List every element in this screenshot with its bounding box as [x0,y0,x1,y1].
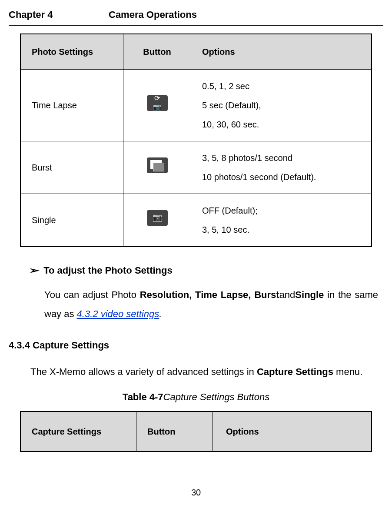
bullet-body: You can adjust Photo Resolution, Time La… [44,285,378,324]
single-icon [147,210,168,226]
options-cell: 0.5, 1, 2 sec5 sec (Default),10, 30, 60 … [191,69,372,141]
bullet-heading-text: To adjust the Photo Settings [43,265,173,276]
col-header: Capture Settings [20,412,136,452]
table-row: Burst 3, 5, 8 photos/1 second10 photos/1… [20,141,372,194]
table-header-row: Capture Settings Button Options [20,412,372,452]
burst-icon [147,157,168,173]
photo-settings-table: Photo Settings Button Options Time Lapse… [20,33,372,247]
bullet-arrow-icon: ➢ [29,264,39,277]
chapter-label: Chapter 4 [9,9,109,21]
col-header: Button [123,34,191,70]
col-header: Button [136,412,213,452]
page-header: Chapter 4 Camera Operations [9,9,383,26]
bullet-heading: ➢ To adjust the Photo Settings [30,264,378,277]
chapter-title: Camera Operations [109,9,197,21]
setting-name: Time Lapse [20,69,123,141]
button-icon-cell [123,69,191,141]
table-row: Time Lapse 0.5, 1, 2 sec5 sec (Default),… [20,69,372,141]
bullet-section: ➢ To adjust the Photo Settings You can a… [30,264,378,324]
setting-name: Single [20,194,123,247]
options-cell: OFF (Default);3, 5, 10 sec. [191,194,372,247]
table-caption: Table 4-7Capture Settings Buttons [9,391,383,404]
setting-name: Burst [20,141,123,194]
section-body: The X-Memo allows a variety of advanced … [30,362,378,381]
col-header: Options [213,412,372,452]
timelapse-icon [147,95,168,111]
options-cell: 3, 5, 8 photos/1 second10 photos/1 secon… [191,141,372,194]
video-settings-link[interactable]: 4.3.2 video settings [77,308,159,319]
button-icon-cell [123,141,191,194]
col-header: Options [191,34,372,70]
button-icon-cell [123,194,191,247]
page-number: 30 [9,487,383,498]
col-header: Photo Settings [20,34,123,70]
capture-settings-table: Capture Settings Button Options [20,411,372,452]
section-heading: 4.3.4 Capture Settings [9,339,383,352]
table-row: Single OFF (Default);3, 5, 10 sec. [20,194,372,247]
table-header-row: Photo Settings Button Options [20,34,372,70]
